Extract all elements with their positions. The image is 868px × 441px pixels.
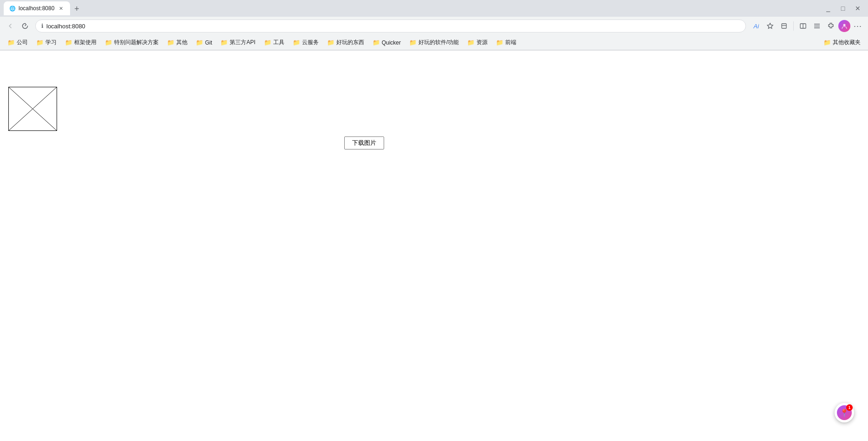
profile-avatar[interactable]: [838, 20, 850, 32]
bookmark-label: 好玩的软件/功能: [418, 39, 459, 46]
active-tab[interactable]: 🌐 localhost:8080 ✕: [4, 1, 70, 15]
tab-close-button[interactable]: ✕: [57, 5, 64, 12]
bookmark-label: Git: [205, 39, 212, 46]
folder-icon: 📁: [293, 39, 300, 46]
folder-icon: 📁: [409, 39, 417, 46]
extensions-button[interactable]: [824, 19, 837, 32]
bookmark-xuexi[interactable]: 📁 学习: [32, 38, 60, 47]
bookmark-label: 好玩的东西: [336, 39, 364, 46]
bookmark-other-collections[interactable]: 📁 其他收藏夹: [820, 38, 864, 47]
svg-point-2: [843, 24, 846, 26]
bookmark-git[interactable]: 📁 Git: [192, 38, 216, 47]
ai-icon-text: Ai: [753, 23, 759, 30]
folder-icon: 📁: [7, 39, 15, 46]
bookmarks-bar: 📁 公司 📁 学习 📁 框架使用 📁 特别问题解决方案 📁 其他 📁 Git 📁…: [0, 35, 868, 50]
bookmark-gongsi[interactable]: 📁 公司: [4, 38, 32, 47]
folder-icon: 📁: [327, 39, 334, 46]
folder-icon: 📁: [65, 39, 72, 46]
sync-button[interactable]: [778, 19, 791, 32]
new-tab-button[interactable]: +: [70, 2, 83, 15]
folder-icon: 📁: [496, 39, 503, 46]
folder-icon: 📁: [373, 39, 380, 46]
bookmark-label: 资源: [476, 39, 488, 46]
collections-button[interactable]: [810, 19, 823, 32]
bookmark-tools[interactable]: 📁 工具: [260, 38, 288, 47]
notification-inner: 📍 1: [837, 405, 852, 420]
close-button[interactable]: ✕: [851, 2, 864, 15]
tab-title: localhost:8080: [19, 5, 54, 12]
image-placeholder: [8, 87, 57, 131]
bookmark-fun[interactable]: 📁 好玩的东西: [323, 38, 368, 47]
bookmark-quicker[interactable]: 📁 Quicker: [369, 38, 405, 47]
bookmark-label: 框架使用: [74, 39, 96, 46]
bookmark-thirdparty[interactable]: 📁 第三方API: [217, 38, 259, 47]
split-view-button[interactable]: [797, 19, 810, 32]
bookmark-label: 其他收藏夹: [833, 39, 861, 46]
bookmark-label: 前端: [505, 39, 516, 46]
folder-icon: 📁: [36, 39, 44, 46]
bookmark-label: 特别问题解决方案: [114, 39, 159, 46]
divider: [793, 21, 794, 31]
ai-button[interactable]: Ai: [750, 19, 763, 32]
tab-bar: 🌐 localhost:8080 ✕ + ⎯ □ ✕: [0, 0, 868, 17]
bookmark-tebie[interactable]: 📁 特别问题解决方案: [101, 38, 162, 47]
bookmark-label: 学习: [45, 39, 57, 46]
back-button[interactable]: [4, 19, 17, 32]
maximize-button[interactable]: □: [836, 2, 849, 15]
bookmark-cloud[interactable]: 📁 云服务: [289, 38, 322, 47]
bookmark-label: 公司: [17, 39, 28, 46]
bookmark-label: 工具: [273, 39, 284, 46]
page-content: 下载图片: [0, 51, 868, 441]
address-text: localhost:8080: [46, 23, 85, 30]
folder-icon: 📁: [196, 39, 203, 46]
svg-rect-0: [782, 24, 786, 28]
folder-icon: 📁: [467, 39, 475, 46]
notification-widget[interactable]: 📍 1: [835, 403, 854, 422]
folder-icon: 📁: [220, 39, 228, 46]
bookmark-kuangjia[interactable]: 📁 框架使用: [61, 38, 100, 47]
folder-icon: 📁: [264, 39, 271, 46]
download-button[interactable]: 下载图片: [344, 136, 384, 149]
browser-menu-button[interactable]: ···: [851, 19, 864, 32]
bookmark-qita[interactable]: 📁 其他: [163, 38, 191, 47]
nav-right-icons: Ai: [750, 19, 864, 32]
folder-icon: 📁: [823, 39, 831, 46]
address-bar[interactable]: ℹ localhost:8080: [35, 19, 746, 32]
folder-icon: 📁: [105, 39, 112, 46]
bookmark-resources[interactable]: 📁 资源: [463, 38, 491, 47]
favorites-button[interactable]: [764, 19, 777, 32]
folder-icon: 📁: [167, 39, 174, 46]
reload-button[interactable]: [19, 19, 32, 32]
minimize-button[interactable]: ⎯: [822, 2, 835, 15]
bookmark-frontend[interactable]: 📁 前端: [492, 38, 520, 47]
lock-icon: ℹ: [41, 23, 44, 29]
bookmark-software[interactable]: 📁 好玩的软件/功能: [405, 38, 463, 47]
bookmark-label: 云服务: [302, 39, 319, 46]
notification-badge: 1: [846, 404, 853, 411]
bookmark-label: Quicker: [382, 39, 401, 46]
tab-favicon: 🌐: [9, 6, 16, 12]
bookmark-label: 其他: [176, 39, 187, 46]
bookmark-label: 第三方API: [230, 39, 255, 46]
nav-bar: ℹ localhost:8080 Ai: [0, 17, 868, 35]
